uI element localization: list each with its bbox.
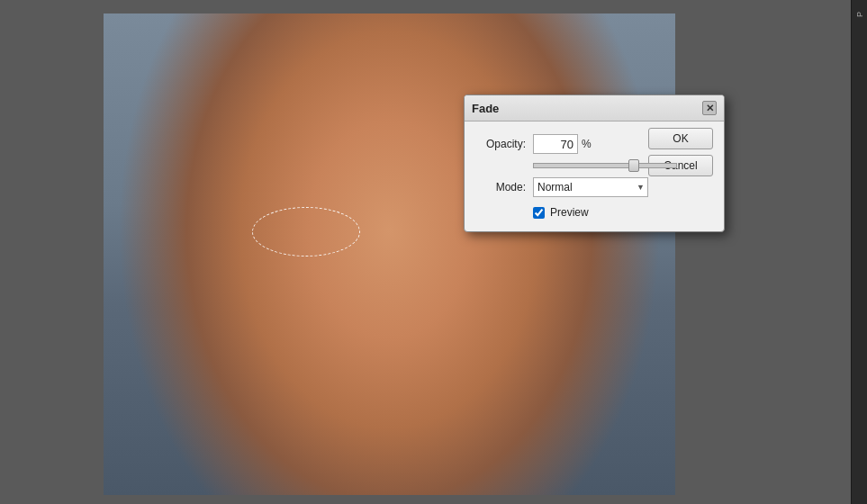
slider-row (479, 163, 709, 168)
opacity-slider-track[interactable] (533, 163, 677, 168)
close-button[interactable]: ✕ (702, 101, 717, 115)
opacity-label: Opacity: (479, 138, 526, 150)
dialog-title: Fade (472, 102, 499, 115)
mode-row: Mode: Normal Dissolve Multiply Screen Ov… (479, 177, 709, 197)
dialog-titlebar[interactable]: Fade ✕ (465, 95, 724, 122)
mode-label: Mode: (479, 181, 526, 194)
dialog-buttons: OK Cancel (648, 128, 713, 176)
selection-marquee (252, 207, 360, 256)
percent-symbol: % (582, 138, 592, 150)
preview-checkbox[interactable] (533, 207, 545, 219)
mode-select-wrap: Normal Dissolve Multiply Screen Overlay … (533, 177, 648, 197)
dialog-body: OK Cancel Opacity: % Mode: Norma (465, 122, 724, 231)
right-panel: P (851, 0, 867, 504)
preview-label: Preview (550, 206, 589, 219)
panel-label: P (855, 11, 864, 17)
preview-row: Preview (479, 206, 709, 219)
ok-button[interactable]: OK (648, 128, 713, 149)
canvas-area (0, 0, 867, 504)
photo-canvas (104, 14, 675, 495)
mode-select[interactable]: Normal Dissolve Multiply Screen Overlay (533, 177, 648, 197)
face-image (104, 14, 675, 495)
fade-dialog: Fade ✕ OK Cancel Opacity: % (464, 94, 725, 232)
opacity-input[interactable] (533, 134, 578, 154)
opacity-slider-thumb[interactable] (628, 159, 639, 172)
